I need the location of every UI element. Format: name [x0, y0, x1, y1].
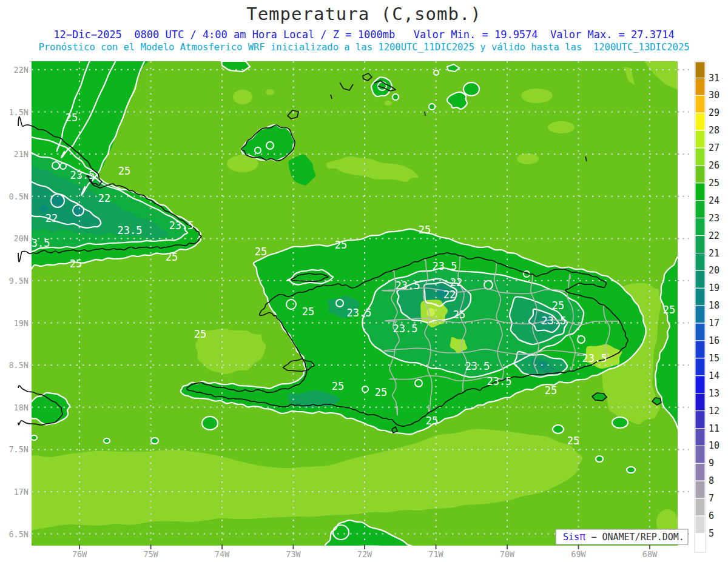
lon-tick-label: 70W — [500, 549, 515, 559]
contour-label: 25 — [66, 112, 78, 124]
contour-label: 25 — [453, 309, 465, 321]
lat-tick-label: 9.5N — [8, 276, 29, 286]
colorbar-tick-label: 25 — [709, 178, 720, 189]
colorbar-tick-label: 12 — [709, 406, 720, 416]
colorbar-segment — [695, 376, 705, 393]
contour-label: 25 — [332, 380, 344, 392]
lat-tick-label: 1.5N — [8, 107, 29, 117]
colorbar-segment — [695, 236, 705, 253]
sea-warm-patch — [233, 90, 252, 104]
colorbar-segment — [695, 358, 705, 376]
colorbar-tick-label: 20 — [709, 265, 720, 276]
sea-warm-patch — [517, 153, 539, 164]
contour-label: 25 — [375, 386, 387, 398]
weather-chart-page: Temperatura (C,somb.) 12−Dic−2025 0800 U… — [0, 0, 728, 562]
colorbar-tick-label: 15 — [709, 353, 720, 364]
contour-label: 23.5 — [118, 224, 143, 236]
lat-tick-label: 22N — [14, 65, 29, 75]
colorbar: 3130292827262524232221201918171615141312… — [695, 61, 720, 552]
colorbar-tick-label: 30 — [709, 90, 720, 101]
colorbar-segment — [695, 62, 705, 78]
colorbar-tick-label: 18 — [709, 300, 720, 311]
contour-label: 23.5 — [25, 237, 50, 249]
colorbar-tick-label: 29 — [709, 107, 720, 118]
coastline — [425, 112, 425, 116]
colorbar-segment — [695, 393, 705, 411]
colorbar-segment — [695, 341, 705, 358]
contour-label: 25 — [552, 299, 564, 312]
colorbar-tick-label: 26 — [709, 160, 720, 171]
contour-label: 25 — [335, 239, 347, 251]
cuba-cold-spot — [74, 206, 83, 215]
colorbar-tick-label: 19 — [709, 283, 720, 293]
cuba-cold-spot — [41, 205, 48, 212]
colorbar-tick-label: 21 — [709, 248, 720, 259]
contour-label: 22 — [46, 212, 58, 224]
contour-label: 25 — [419, 224, 431, 236]
contour-label: 25 — [166, 251, 178, 263]
contour-label: 22 — [98, 192, 110, 204]
contour-label: 23.5 — [396, 279, 420, 292]
colorbar-segment — [695, 446, 705, 463]
contour-label: 25 — [70, 258, 82, 270]
branding-box: Sisπ − ONAMET/REP.DOM. — [556, 529, 688, 544]
branding-sis: Sis — [563, 532, 579, 543]
contour-label: 23.5 — [70, 169, 95, 181]
colorbar-segment — [695, 306, 705, 323]
colorbar-tick-label: 7 — [709, 493, 714, 504]
contour-label: 22 — [450, 276, 462, 289]
colorbar-tick-label: 11 — [709, 423, 720, 434]
lon-tick-label: 71W — [428, 549, 443, 559]
contour-label: 23.5 — [169, 219, 194, 232]
contour-label: 22 — [443, 289, 456, 301]
colorbar-segment — [695, 253, 705, 271]
contour-label: 23.5 — [347, 307, 372, 319]
colorbar-tick-label: 5 — [709, 528, 714, 539]
sea-warm-patch — [548, 121, 575, 133]
contour-label: 23.5 — [487, 375, 512, 387]
colorbar-tick-label: 24 — [709, 195, 720, 206]
contour-label: 25 — [545, 384, 557, 396]
colorbar-segment — [695, 323, 705, 341]
hisp-cold-spot — [540, 362, 546, 368]
contour-label: 25 — [302, 306, 314, 318]
colorbar-segment — [695, 288, 705, 306]
contour-label: 25 — [567, 435, 579, 447]
colorbar-tick-label: 8 — [709, 475, 714, 486]
sea-warm-patch — [266, 89, 274, 95]
map-sea — [24, 53, 681, 547]
colorbar-segment — [695, 183, 705, 201]
contour-label: 23.5 — [465, 360, 490, 372]
contour-label: 23.5 — [433, 260, 457, 272]
colorbar-tick-label: 28 — [709, 125, 720, 136]
lat-tick-label: 8.5N — [8, 360, 29, 370]
contour-label: 23.5 — [582, 352, 607, 364]
sea-warm-patch — [521, 89, 553, 103]
contour-label: 23.5 — [393, 323, 418, 335]
contour-label: 25 — [194, 328, 206, 340]
contour-label: 23.5 — [542, 315, 567, 327]
colorbar-segment — [695, 429, 705, 446]
lon-tick-label: 69W — [571, 549, 586, 559]
colorbar-tick-label: 9 — [709, 458, 714, 469]
colorbar-segment — [695, 534, 705, 552]
branding-pi-icon: π — [579, 530, 585, 543]
branding-org: − ONAMET/REP.DOM. — [585, 532, 684, 543]
contour-label: 25 — [255, 246, 267, 258]
colorbar-segment — [695, 113, 705, 130]
lon-tick-label: 73W — [286, 549, 301, 559]
colorbar-segment — [695, 516, 705, 534]
colorbar-segment — [695, 218, 705, 236]
colorbar-segment — [695, 148, 705, 166]
colorbar-segment — [695, 411, 705, 429]
colorbar-segment — [695, 78, 705, 96]
lon-tick-label: 75W — [143, 549, 158, 559]
colorbar-segment — [695, 498, 705, 516]
colorbar-tick-label: 27 — [709, 142, 720, 153]
lat-tick-label: 19N — [14, 318, 29, 328]
colorbar-segment — [695, 201, 705, 218]
lon-tick-label: 74W — [215, 549, 230, 559]
lat-tick-label: 7.5N — [8, 444, 29, 454]
lon-tick-label: 76W — [72, 549, 87, 559]
lat-tick-label: 6.5N — [8, 529, 29, 539]
